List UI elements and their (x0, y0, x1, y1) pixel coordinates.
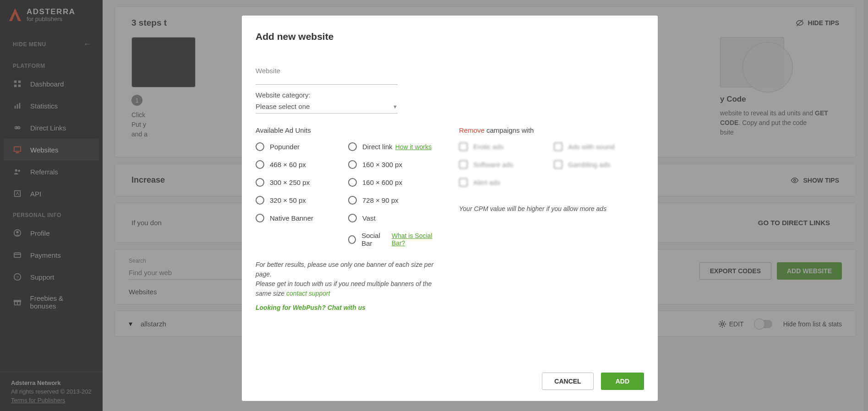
radio-728x90[interactable]: 728 × 90 px (348, 196, 441, 205)
category-select[interactable]: Please select one ▼ (256, 99, 398, 114)
radio-icon (348, 214, 357, 222)
remove-campaigns-column: Remove campaigns with Erotic ads Ads wit… (459, 126, 644, 311)
add-website-modal: Add new website Website Website category… (242, 16, 658, 401)
radio-icon (256, 142, 264, 151)
website-label: Website (256, 67, 398, 75)
radio-320x50[interactable]: 320 × 50 px (256, 196, 348, 205)
check-alert-ads[interactable]: Alert ads (459, 178, 549, 187)
radio-icon (256, 160, 264, 169)
radio-icon (348, 196, 357, 205)
radio-160x300[interactable]: 160 × 300 px (348, 160, 441, 169)
radio-icon (256, 214, 264, 222)
checkbox-icon (459, 160, 468, 169)
radio-icon (348, 178, 357, 187)
cpm-note: Your CPM value will be higher if you all… (459, 205, 644, 212)
radio-direct-link[interactable]: Direct link How it works (348, 142, 441, 151)
radio-468x60[interactable]: 468 × 60 px (256, 160, 348, 169)
check-erotic-ads[interactable]: Erotic ads (459, 142, 549, 151)
radio-icon (348, 160, 357, 169)
category-label: Website category: (256, 91, 398, 99)
chevron-down-icon: ▼ (393, 104, 398, 109)
checkbox-icon (554, 160, 562, 169)
contact-support-link[interactable]: contact support (286, 290, 330, 297)
cancel-button[interactable]: CANCEL (542, 373, 593, 390)
category-value: Please select one (256, 103, 310, 110)
radio-vast[interactable]: Vast (348, 214, 441, 222)
ad-units-column: Available Ad Units Popunder Direct link … (256, 126, 441, 311)
webpush-link[interactable]: Looking for WebPush? Chat with us (256, 304, 441, 311)
radio-icon (256, 178, 264, 187)
checkbox-icon (459, 178, 468, 187)
how-it-works-link[interactable]: How it works (395, 143, 431, 151)
radio-social-bar[interactable]: Social Bar What is Social Bar? (348, 232, 441, 247)
radio-native-banner[interactable]: Native Banner (256, 214, 348, 222)
check-software-ads[interactable]: Software ads (459, 160, 549, 169)
radio-300x250[interactable]: 300 × 250 px (256, 178, 348, 187)
check-gambling-ads[interactable]: Gambling ads (554, 160, 644, 169)
check-ads-with-sound[interactable]: Ads with sound (554, 142, 644, 151)
banner-note: For better results, please use only one … (256, 260, 441, 298)
radio-popunder[interactable]: Popunder (256, 142, 348, 151)
radio-icon (348, 235, 356, 244)
radio-160x600[interactable]: 160 × 600 px (348, 178, 441, 187)
modal-title: Add new website (256, 31, 644, 42)
radio-icon (256, 196, 264, 205)
checkbox-icon (554, 142, 562, 151)
remove-campaigns-title: Remove campaigns with (459, 126, 644, 134)
ad-units-title: Available Ad Units (256, 126, 441, 134)
add-button[interactable]: ADD (601, 373, 644, 390)
category-field: Website category: Please select one ▼ (256, 91, 398, 114)
radio-icon (348, 142, 357, 151)
checkbox-icon (459, 142, 468, 151)
website-field[interactable]: Website (256, 67, 398, 85)
social-bar-link[interactable]: What is Social Bar? (392, 232, 441, 247)
